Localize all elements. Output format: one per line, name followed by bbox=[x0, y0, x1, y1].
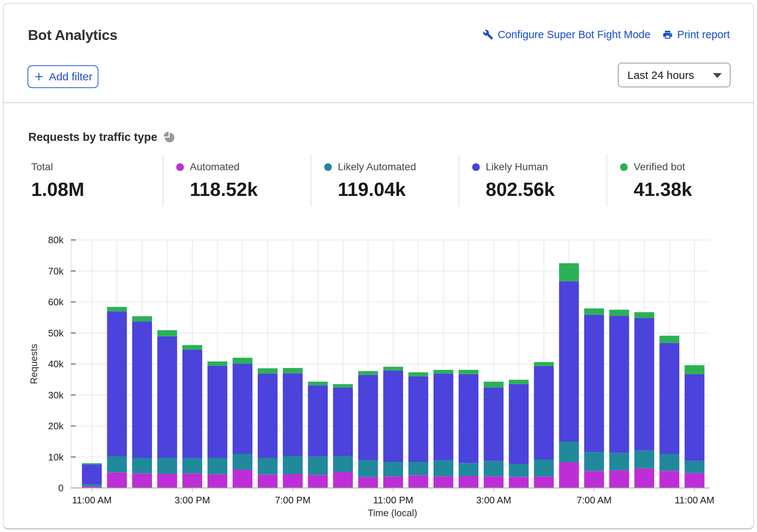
stat-label: Likely Automated bbox=[338, 161, 416, 173]
stat-label: Verified bot bbox=[634, 161, 685, 173]
stat-total: Total 1.08M bbox=[31, 154, 84, 200]
svg-text:80k: 80k bbox=[48, 234, 64, 245]
printer-icon bbox=[662, 29, 673, 40]
stat-divider bbox=[606, 154, 607, 207]
add-filter-label: Add filter bbox=[49, 70, 92, 83]
configure-link-label: Configure Super Bot Fight Mode bbox=[498, 29, 651, 41]
svg-text:3:00 AM: 3:00 AM bbox=[476, 495, 511, 506]
chevron-down-icon bbox=[713, 73, 722, 78]
stat-value: 118.52k bbox=[190, 178, 258, 200]
pie-chart-icon bbox=[164, 132, 175, 143]
svg-text:10k: 10k bbox=[48, 452, 64, 463]
stat-divider bbox=[311, 154, 311, 207]
stat-value: 1.08M bbox=[31, 178, 84, 200]
verified-bot-dot bbox=[620, 163, 628, 171]
svg-text:60k: 60k bbox=[48, 296, 64, 307]
wrench-icon bbox=[483, 29, 493, 40]
likely-automated-dot bbox=[324, 163, 332, 171]
svg-text:11:00 AM: 11:00 AM bbox=[72, 495, 112, 506]
stat-verified-bot: Verified bot 41.38k bbox=[620, 154, 692, 200]
svg-text:3:00 PM: 3:00 PM bbox=[174, 495, 210, 506]
svg-text:50k: 50k bbox=[48, 328, 64, 339]
svg-text:Requests: Requests bbox=[28, 344, 39, 384]
likely-human-dot bbox=[472, 163, 480, 171]
page-title: Bot Analytics bbox=[28, 27, 117, 43]
svg-text:11:00 PM: 11:00 PM bbox=[373, 495, 413, 506]
stat-automated: Automated 118.52k bbox=[176, 154, 258, 200]
stat-likely-automated: Likely Automated 119.04k bbox=[324, 154, 416, 200]
configure-super-bot-fight-mode-link[interactable]: Configure Super Bot Fight Mode bbox=[483, 29, 651, 41]
stat-value: 802.56k bbox=[486, 178, 555, 200]
svg-text:Time (local): Time (local) bbox=[368, 507, 417, 518]
print-link-label: Print report bbox=[677, 29, 730, 41]
svg-text:30k: 30k bbox=[48, 390, 64, 401]
stat-divider bbox=[459, 154, 459, 207]
time-range-value: Last 24 hours bbox=[627, 69, 694, 81]
requests-by-traffic-type-chart: 010k20k30k40k50k60k70k80k11:00 AM3:00 PM… bbox=[0, 220, 757, 532]
section-title-label: Requests by traffic type bbox=[28, 131, 157, 144]
stat-divider bbox=[163, 154, 163, 207]
section-title: Requests by traffic type bbox=[28, 131, 175, 144]
add-filter-button[interactable]: Add filter bbox=[28, 65, 98, 88]
svg-text:11:00 AM: 11:00 AM bbox=[675, 495, 714, 506]
print-report-link[interactable]: Print report bbox=[662, 29, 730, 41]
svg-text:7:00 AM: 7:00 AM bbox=[576, 495, 611, 506]
plus-icon bbox=[33, 71, 44, 82]
stat-label: Total bbox=[31, 161, 53, 173]
automated-dot bbox=[176, 163, 184, 171]
header-divider bbox=[3, 102, 754, 103]
stat-value: 41.38k bbox=[634, 178, 692, 200]
stats-row: Total 1.08M Automated 118.52k Likely Aut… bbox=[0, 154, 757, 207]
stat-likely-human: Likely Human 802.56k bbox=[472, 154, 555, 200]
stat-value: 119.04k bbox=[338, 178, 416, 200]
svg-text:0: 0 bbox=[58, 482, 64, 493]
svg-text:40k: 40k bbox=[48, 358, 64, 369]
svg-text:7:00 PM: 7:00 PM bbox=[275, 495, 311, 506]
stat-label: Automated bbox=[190, 161, 239, 173]
header-links: Configure Super Bot Fight Mode Print rep… bbox=[483, 29, 730, 41]
stat-label: Likely Human bbox=[486, 161, 548, 173]
svg-text:20k: 20k bbox=[48, 420, 64, 431]
svg-text:70k: 70k bbox=[48, 266, 64, 277]
time-range-select[interactable]: Last 24 hours bbox=[618, 63, 731, 87]
